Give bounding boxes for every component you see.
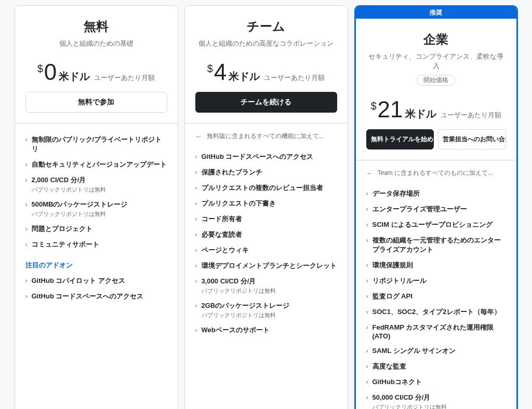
price-value: 4 [214,61,227,84]
feature-item[interactable]: ›3,000 CI/CD 分/月パブリックリポジトリは無料 [195,274,337,298]
continue-team-button[interactable]: チームを続ける [195,92,337,113]
chevron-right-icon: › [366,308,368,316]
chevron-right-icon: › [366,324,368,331]
feature-item[interactable]: ›SCIM によるユーザープロビショニング [366,217,506,233]
feature-text: SAML シングル サインオン [373,346,506,356]
feature-item[interactable]: ›コミュニティサポート [25,237,167,252]
feature-text: コミュニティサポート [32,240,167,249]
feature-item[interactable]: ›500MBのパッケージストレージパブリックリポジトリは無料 [25,197,167,221]
feature-item[interactable]: ›ページとウィキ [195,242,337,258]
pricing-container: 無料 個人と組織のための基礎 $ 0 米ドル ユーザーあたり月額 無料で参加 ›… [5,5,527,409]
feature-item[interactable]: ›監査ログ API [366,289,506,304]
inherit-text: Team に含まれるすべてのものに加えて... [378,169,494,178]
feature-main: 2,000 CI/CD 分/月 [32,175,167,185]
feature-item[interactable]: ›2,000 CI/CD 分/月パブリックリポジトリは無料 [25,172,167,197]
feature-text: 必要な査読者 [202,230,337,239]
feature-item[interactable]: ›高度な監査 [366,359,506,374]
feature-text: GitHub コードスペースへのアクセス [32,292,167,301]
feature-item[interactable]: ›必要な査読者 [195,227,337,242]
feature-main: コード所有者 [202,214,337,224]
feature-text: Webベースのサポート [202,325,337,335]
plan-header: 無料 個人と組織のための基礎 [15,6,178,54]
chevron-right-icon: › [195,169,197,176]
feature-item[interactable]: ›FedRAMP カスタマイズされた運用権限 (ATO) [366,320,506,343]
chevron-right-icon: › [25,161,28,168]
feature-item[interactable]: ›SOC1、SOC2、タイプ2レポート（毎年） [366,304,506,320]
feature-main: GitHub コードスペースへのアクセス [202,152,337,161]
feature-item[interactable]: ›2GBのパッケージストレージパブリックリポジトリは無料 [195,298,337,322]
feature-item[interactable]: ›保護されたブランチ [195,165,337,180]
feature-sub: パブリックリポジトリは無料 [373,403,506,409]
features-section: ← 無料版に含まれるすべての機能に加えて... ›GitHub コードスペースへ… [185,124,348,348]
features-section: ← Team に含まれるすべてのものに加えて... ›データ保存場所›エンタープ… [356,160,516,409]
feature-text: 問題とプロジェクト [32,224,167,234]
feature-item[interactable]: ›プルリクエストの下書き [195,196,337,211]
feature-text: 環境保護規則 [373,261,506,270]
feature-item[interactable]: ›SAML シングル サインオン [366,343,506,359]
feature-sub: パブリックリポジトリは無料 [202,311,337,319]
chevron-right-icon: › [25,201,28,208]
feature-item[interactable]: ›環境保護規則 [366,257,506,273]
feature-item[interactable]: ›自動セキュリティとバージョンアップデート [25,157,167,172]
feature-text: データ保存場所 [373,189,506,198]
feature-item[interactable]: ›リポジトリルール [366,273,506,289]
recommended-badge: 推奨 [356,7,516,19]
feature-sub: パブリックリポジトリは無料 [202,287,337,295]
chevron-right-icon: › [366,277,368,284]
chevron-right-icon: › [195,184,197,192]
chevron-right-icon: › [25,176,28,184]
feature-item[interactable]: ›環境デプロイメントブランチとシークレット [195,258,337,274]
feature-main: 50,000 CI/CD 分/月 [373,393,506,402]
feature-text: プルリクエストの下書き [202,199,337,208]
feature-text: GitHub コパイロット アクセス [32,276,167,285]
chevron-right-icon: › [366,347,368,355]
dollar-icon: $ [37,63,43,75]
feature-item[interactable]: ›エンタープライズ管理ユーザー [366,201,506,217]
feature-item[interactable]: ›50,000 CI/CD 分/月パブリックリポジトリは無料 [366,390,506,409]
feature-list: ›データ保存場所›エンタープライズ管理ユーザー›SCIM によるユーザープロビシ… [366,186,506,409]
feature-item[interactable]: ›GitHubコネクト [366,374,506,390]
feature-text: 自動セキュリティとバージョンアップデート [32,160,167,169]
feature-item[interactable]: ›GitHub コードスペースへのアクセス [195,149,337,165]
feature-item[interactable]: ›コード所有者 [195,211,337,227]
feature-main: GitHub コパイロット アクセス [32,276,167,285]
plan-desc: 個人と組織のための高度なコラボレーション [195,39,337,48]
inherit-line: ← 無料版に含まれるすべての機能に加えて... [195,132,337,141]
feature-text: 複数の組織を一元管理するためのエンタープライズアカウント [373,236,506,254]
price-currency: 米ドル [229,70,260,84]
price-section: $ 4 米ドル ユーザーあたり月額 [185,54,348,92]
contact-sales-button[interactable]: 営業担当へのお問い合わせ [438,129,506,149]
feature-text: 50,000 CI/CD 分/月パブリックリポジトリは無料 [373,393,506,409]
start-price-badge: 開始価格 [417,75,455,86]
chevron-right-icon: › [195,262,197,269]
feature-item[interactable]: ›GitHub コードスペースへのアクセス [25,289,167,304]
feature-main: 保護されたブランチ [202,168,337,177]
chevron-right-icon: › [195,200,197,207]
feature-item[interactable]: ›プルリクエストの複数のレビュー担当者 [195,180,337,196]
chevron-right-icon: › [195,326,197,334]
feature-item[interactable]: ›Webベースのサポート [195,322,337,338]
chevron-right-icon: › [366,378,368,386]
join-free-button[interactable]: 無料で参加 [25,92,167,113]
feature-item[interactable]: ›問題とプロジェクト [25,221,167,237]
feature-item[interactable]: ›無制限のパブリック/プライベートリポジトリ [25,132,167,157]
chevron-right-icon: › [25,277,28,284]
chevron-right-icon: › [195,231,197,238]
feature-main: 500MBのパッケージストレージ [32,200,167,209]
start-trial-button[interactable]: 無料トライアルを始め [366,129,434,149]
chevron-right-icon: › [25,225,28,233]
feature-text: 無制限のパブリック/プライベートリポジトリ [32,135,167,154]
price-currency: 米ドル [405,107,436,121]
feature-text: FedRAMP カスタマイズされた運用権限 (ATO) [373,323,506,340]
feature-item[interactable]: ›GitHub コパイロット アクセス [25,273,167,289]
feature-item[interactable]: ›データ保存場所 [366,186,506,201]
plan-name: チーム [195,18,337,35]
feature-sub: パブリックリポジトリは無料 [32,186,167,194]
feature-item[interactable]: ›複数の組織を一元管理するためのエンタープライズアカウント [366,233,506,257]
arrow-left-icon: ← [366,169,374,178]
feature-main: 自動セキュリティとバージョンアップデート [32,160,167,169]
feature-text: SCIM によるユーザープロビショニング [373,220,506,229]
feature-text: コード所有者 [202,214,337,224]
feature-text: 3,000 CI/CD 分/月パブリックリポジトリは無料 [202,277,337,295]
chevron-right-icon: › [195,302,197,309]
